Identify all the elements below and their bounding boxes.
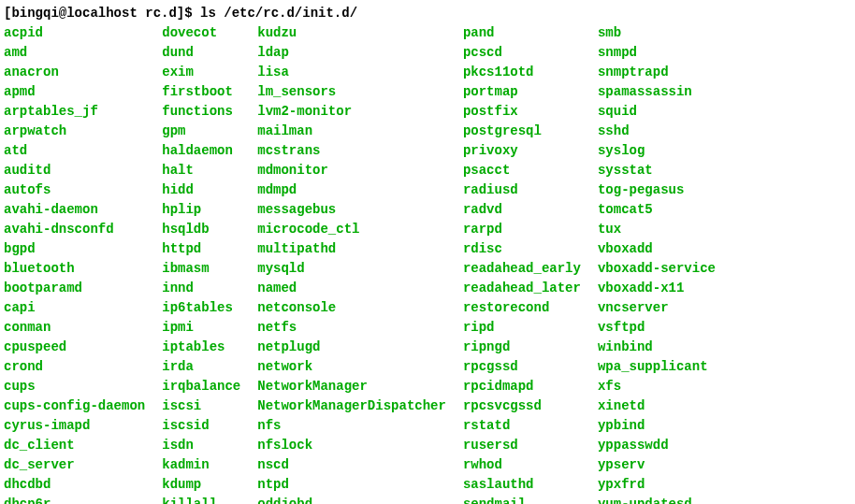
file-entry: auditd	[4, 161, 145, 180]
file-entry: dc_client	[4, 436, 145, 455]
file-entry: tux	[598, 220, 716, 239]
file-entry: ripngd	[463, 338, 581, 357]
file-entry: dc_server	[4, 455, 145, 475]
file-entry: nfs	[257, 416, 446, 436]
file-entry: sshd	[598, 122, 716, 141]
file-entry: firstboot	[162, 82, 240, 102]
file-entry: capi	[4, 298, 145, 318]
file-entry: lisa	[257, 63, 446, 82]
file-entry: isdn	[162, 436, 240, 455]
file-entry: tomcat5	[598, 200, 716, 220]
file-entry: dovecot	[162, 23, 240, 43]
file-entry: tog-pegasus	[598, 180, 716, 200]
file-entry: apmd	[4, 82, 145, 102]
file-entry: portmap	[463, 82, 581, 102]
file-entry: wpa_supplicant	[598, 357, 716, 377]
file-entry: bootparamd	[4, 279, 145, 298]
file-entry: conman	[4, 318, 145, 338]
file-entry: snmpd	[598, 43, 716, 63]
file-entry: cpuspeed	[4, 338, 145, 357]
file-entry: rpcidmapd	[463, 377, 581, 396]
file-entry: sysstat	[598, 161, 716, 180]
file-entry: cyrus-imapd	[4, 416, 145, 436]
file-entry: smb	[598, 23, 716, 43]
file-entry: ripd	[463, 318, 581, 338]
file-entry: cups	[4, 377, 145, 396]
file-entry: squid	[598, 102, 716, 122]
file-entry: ldap	[257, 43, 446, 63]
file-entry: acpid	[4, 23, 145, 43]
file-entry: irda	[162, 357, 240, 377]
file-entry: autofs	[4, 180, 145, 200]
file-entry: ypserv	[598, 455, 716, 475]
file-entry: microcode_ctl	[257, 220, 446, 239]
file-entry: rpcsvcgssd	[463, 396, 581, 416]
file-entry: arptables_jf	[4, 102, 145, 122]
file-entry: NetworkManager	[257, 377, 446, 396]
file-entry: network	[257, 357, 446, 377]
file-entry: dhcdbd	[4, 475, 145, 495]
file-entry: mysqld	[257, 259, 446, 279]
file-entry: bgpd	[4, 239, 145, 259]
file-entry: radvd	[463, 200, 581, 220]
file-entry: netconsole	[257, 298, 446, 318]
file-entry: nfslock	[257, 436, 446, 455]
file-entry: vsftpd	[598, 318, 716, 338]
file-entry: named	[257, 279, 446, 298]
listing-column-1: dovecotdundeximfirstbootfunctionsgpmhald…	[162, 23, 257, 504]
file-entry: rwhod	[463, 455, 581, 475]
file-entry: irqbalance	[162, 377, 240, 396]
file-entry: rpcgssd	[463, 357, 581, 377]
file-entry: rstatd	[463, 416, 581, 436]
file-entry: restorecond	[463, 298, 581, 318]
file-entry: snmptrapd	[598, 63, 716, 82]
file-entry: multipathd	[257, 239, 446, 259]
file-entry: anacron	[4, 63, 145, 82]
listing-column-4: smbsnmpdsnmptrapdspamassassinsquidsshdsy…	[598, 23, 732, 504]
file-entry: pand	[463, 23, 581, 43]
file-entry: postgresql	[463, 122, 581, 141]
file-entry: httpd	[162, 239, 240, 259]
file-entry: NetworkManagerDispatcher	[257, 396, 446, 416]
file-entry: vncserver	[598, 298, 716, 318]
file-entry: pcscd	[463, 43, 581, 63]
file-entry: vboxadd-service	[598, 259, 716, 279]
file-entry: vboxadd-x11	[598, 279, 716, 298]
listing-column-3: pandpcscdpkcs11otdportmappostfixpostgres…	[463, 23, 598, 504]
shell-prompt: [bingqi@localhost rc.d]$ ls /etc/rc.d/in…	[4, 4, 851, 23]
file-entry: yppasswdd	[598, 436, 716, 455]
file-entry: readahead_later	[463, 279, 581, 298]
file-entry: readahead_early	[463, 259, 581, 279]
file-entry: iscsid	[162, 416, 240, 436]
file-entry: functions	[162, 102, 240, 122]
file-entry: arpwatch	[4, 122, 145, 141]
file-entry: mailman	[257, 122, 446, 141]
file-entry: ypxfrd	[598, 475, 716, 495]
file-entry: crond	[4, 357, 145, 377]
file-entry: ibmasm	[162, 259, 240, 279]
file-entry: ypbind	[598, 416, 716, 436]
file-entry: rusersd	[463, 436, 581, 455]
file-entry: gpm	[162, 122, 240, 141]
file-entry: hidd	[162, 180, 240, 200]
file-entry: postfix	[463, 102, 581, 122]
file-entry: halt	[162, 161, 240, 180]
file-entry: hplip	[162, 200, 240, 220]
file-entry: avahi-daemon	[4, 200, 145, 220]
file-entry: winbind	[598, 338, 716, 357]
file-entry: pkcs11otd	[463, 63, 581, 82]
file-entry: spamassassin	[598, 82, 716, 102]
file-entry: oddjobd	[257, 495, 446, 504]
file-entry: netfs	[257, 318, 446, 338]
file-entry: xinetd	[598, 396, 716, 416]
file-entry: ipmi	[162, 318, 240, 338]
file-entry: vboxadd	[598, 239, 716, 259]
file-entry: radiusd	[463, 180, 581, 200]
file-entry: ntpd	[257, 475, 446, 495]
file-entry: bluetooth	[4, 259, 145, 279]
file-entry: hsqldb	[162, 220, 240, 239]
file-entry: xfs	[598, 377, 716, 396]
file-entry: atd	[4, 141, 145, 161]
file-entry: sendmail	[463, 495, 581, 504]
file-entry: kadmin	[162, 455, 240, 475]
